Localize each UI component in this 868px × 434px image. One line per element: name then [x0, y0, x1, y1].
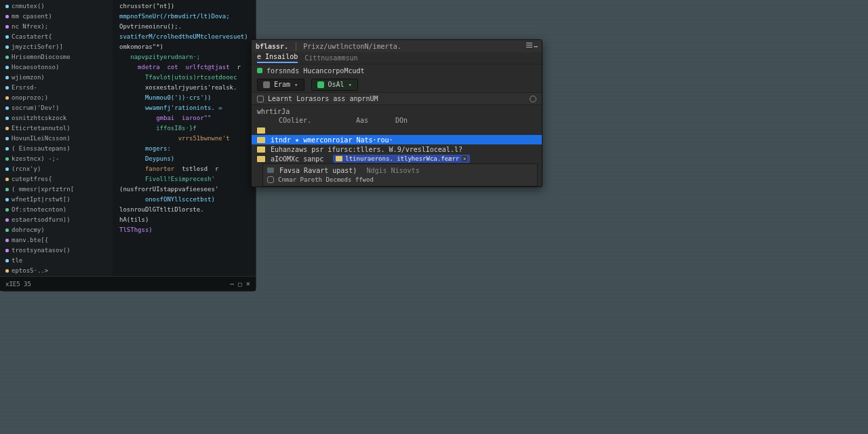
outline-item[interactable]: osnitzhtcskzock [5, 113, 110, 123]
outline-item-label: mm cpasent) [12, 12, 52, 22]
symbol-icon [5, 45, 9, 49]
status-more-icon[interactable]: ⋯ [231, 281, 234, 288]
outline-item[interactable]: eptosS·..> [5, 266, 110, 276]
chevron-down-icon: ▾ [349, 81, 352, 88]
outline-item[interactable]: ( Einssautepans) [5, 144, 110, 154]
close-icon[interactable]: × [462, 156, 467, 161]
nav-breadcrumb: forsnnds HucancorpoMcudt [252, 64, 542, 77]
outline-item-label: wjiemzon) [12, 73, 45, 83]
outline-item[interactable]: Eticrtetannutol) [5, 123, 110, 134]
outline-item[interactable]: Hocaesotonso) [5, 62, 110, 73]
list-item-label: itndr ✶ wmerconroiar Nats·rou· [271, 136, 393, 144]
outline-item[interactable]: HovunILeiNcsson) [5, 134, 110, 144]
branch-button[interactable]: Eram ▾ [257, 79, 304, 91]
outline-item[interactable]: tle [5, 256, 110, 266]
col-a[interactable]: Aas [356, 117, 383, 124]
ide-window: cnmutex()mm cpasent)nc Nfrex);Ccastatert… [0, 0, 256, 292]
outline-item-label: cnmutex() [12, 1, 45, 12]
outline-item[interactable]: dohrocmy) [5, 225, 110, 235]
outline-item-label: ( Einssautepans) [12, 144, 71, 154]
outline-item[interactable]: trostsynatasov() [5, 245, 110, 256]
outline-item-label: wfnetIpt|rstwt[) [12, 195, 71, 205]
outline-item[interactable]: Ccastatert{ [5, 32, 110, 42]
navigator-window: bflassr. │ Prixz/uwtlnctonN/imerta. ⋯ e … [251, 39, 542, 187]
code-line: Munmou0('))·crs')) [119, 93, 252, 103]
play-icon [317, 81, 324, 88]
section-heading: whrtirJa [252, 105, 542, 115]
outline-item[interactable]: jmyzctiSofer)] [5, 42, 110, 52]
symbol-icon [5, 137, 9, 140]
code-line: Fivoll!Esimprecesh' [119, 174, 252, 184]
symbol-icon [5, 76, 9, 79]
code-line: hA(tils) [119, 215, 252, 225]
outline-item-label: HrisemonDiocosme [12, 52, 71, 62]
outline-item[interactable]: wjiemzon) [5, 73, 110, 83]
column-headers: COolier. Aas DOn [252, 115, 542, 125]
outline-item[interactable]: estaertsodfurn)) [5, 215, 110, 225]
file-list[interactable]: itndr ✶ wmerconroiar Nats·rou·Euhanzaws … [252, 125, 542, 186]
filter-bar: Learnt Lorasors ass anprnUM [252, 93, 542, 105]
outline-item[interactable]: wfnetIpt|rstwt[) [5, 195, 110, 205]
outline-item-label: (rcnx'y) [12, 164, 41, 174]
code-line: gmbai iaroor"" [119, 113, 252, 123]
branch-label: Eram [274, 81, 290, 88]
code-line: napvpzityerudnarn·; [119, 52, 252, 62]
folder-icon [257, 156, 265, 162]
navigator-titlebar[interactable]: bflassr. │ Prixz/uwtlnctonN/imerta. ⋯ [252, 40, 542, 52]
run-button[interactable]: OsAl ▾ [311, 79, 359, 91]
list-item[interactable]: Favsa Ravart upast)Ndgis Nisovts [263, 165, 537, 175]
menu-icon[interactable]: ⋯ [534, 43, 538, 50]
outline-item-label: trostsynatasov() [12, 245, 71, 256]
outline-item[interactable]: onoprozo;) [5, 93, 110, 103]
code-line: fanorter tstlesd r [119, 164, 252, 174]
code-line: xosxestalrjyueris'realsk. [119, 83, 252, 93]
tab-install[interactable]: e Insailob [257, 53, 298, 63]
symbol-icon [5, 25, 9, 28]
list-icon[interactable] [526, 43, 532, 50]
outline-item[interactable]: mm cpasent) [5, 12, 110, 22]
symbol-icon [5, 167, 9, 171]
outline-item[interactable]: kzestncx) -;- [5, 154, 110, 164]
outline-item[interactable]: cuteptfres{ [5, 174, 110, 184]
col-d[interactable]: DOn [395, 117, 536, 124]
symbol-icon [5, 239, 9, 242]
outline-item-label: cuteptfres{ [12, 174, 52, 184]
tab-commits[interactable]: Cittnusammsun [304, 54, 357, 62]
filter-icon[interactable] [257, 96, 264, 102]
list-item[interactable]: itndr ✶ wmerconroiar Nats·rou· [252, 135, 542, 144]
outline-item-label: Hocaesotonso) [12, 62, 59, 73]
outline-item[interactable]: (rcnx'y) [5, 164, 110, 174]
outline-item[interactable]: ( mmesr|xprtztrn[ [5, 184, 110, 195]
symbol-icon [5, 198, 9, 201]
symbol-icon [5, 157, 9, 161]
close-icon[interactable]: × [245, 279, 250, 288]
list-item-label: aI©OMXc sanpc [271, 155, 323, 163]
status-window-icon[interactable]: □ [238, 281, 241, 288]
outline-item[interactable]: nc Nfrex); [5, 22, 110, 32]
editor-panel[interactable]: chrusstor("nt])mmpnofSneUr(/rbmvdirt/lt)… [113, 0, 256, 276]
outline-item[interactable]: socrum)'Dev!) [5, 103, 110, 113]
symbol-icon [5, 208, 9, 212]
path-badge-label: ltinuraerons. itlyhesrWca.feærr [345, 155, 459, 162]
status-bar: xIE5 35 ⋯ □ × [0, 276, 256, 291]
outline-panel[interactable]: cnmutex()mm cpasent)nc Nfrex);Ccastatert… [0, 0, 113, 276]
symbol-icon [5, 106, 9, 110]
list-item[interactable]: aI©OMXc sanpcltinuraerons. itlyhesrWca.f… [252, 154, 542, 163]
col-owner[interactable]: COolier. [279, 117, 344, 124]
gear-icon[interactable] [267, 176, 274, 183]
outline-item[interactable]: Ersrsd- [5, 83, 110, 93]
refresh-icon[interactable] [530, 96, 536, 102]
outline-item[interactable]: manv.bte[{ [5, 235, 110, 245]
outline-item[interactable]: cnmutex() [5, 1, 110, 12]
outline-item-label: eptosS·..> [12, 266, 48, 276]
context-panel: Favsa Ravart upast)Ndgis NisovtsCnmar Pa… [262, 163, 538, 186]
list-item[interactable] [252, 125, 542, 135]
code-line: mdetra cot urlfct@tjast r [119, 62, 252, 73]
symbol-icon [5, 56, 9, 59]
path-badge[interactable]: ltinuraerons. itlyhesrWca.feærr× [333, 155, 470, 163]
outline-item[interactable]: HrisemonDiocosme [5, 52, 110, 62]
list-item[interactable]: Euhanzaws psr ifursc:tllers. W.9/vreslIo… [252, 144, 542, 154]
code-line: iffosI8s·}f [119, 123, 252, 134]
symbol-icon [5, 249, 9, 252]
outline-item[interactable]: Of:stnotecnton) [5, 205, 110, 215]
